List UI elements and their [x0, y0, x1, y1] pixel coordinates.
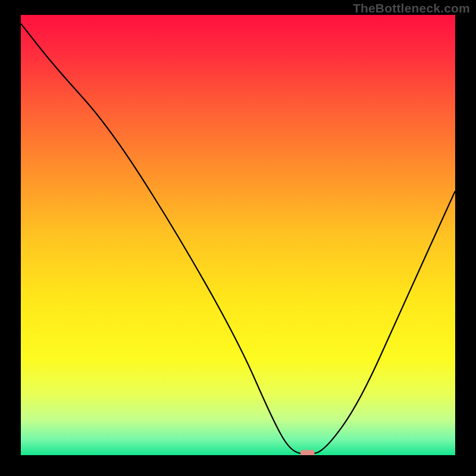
chart-svg: [21, 15, 455, 455]
watermark-text: TheBottleneck.com: [353, 1, 470, 15]
chart-frame: TheBottleneck.com: [0, 0, 476, 476]
minimum-marker: [300, 450, 314, 455]
gradient-background: [21, 15, 455, 455]
plot-area: [21, 15, 455, 455]
